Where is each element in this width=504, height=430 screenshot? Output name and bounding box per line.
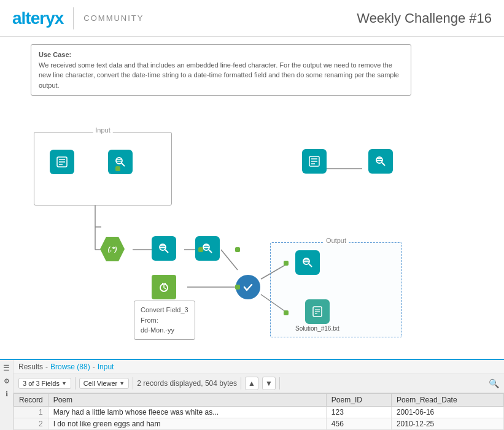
page-title: Weekly Challenge #16 bbox=[357, 10, 492, 26]
svg-line-25 bbox=[382, 163, 385, 166]
tooltip-line2: From: bbox=[141, 315, 188, 326]
conn-dot-5 bbox=[284, 261, 289, 266]
results-table-wrapper: Record Poem Poem_ID Poem_Read_Date 1 Mar… bbox=[14, 393, 504, 430]
fields-selector[interactable]: 3 of 3 Fields ▼ bbox=[18, 378, 71, 389]
cell-viewer-btn[interactable]: Cell Viewer ▼ bbox=[79, 378, 129, 389]
info-icon[interactable]: ℹ bbox=[6, 390, 8, 398]
input-tool-icon bbox=[50, 150, 74, 174]
svg-rect-34 bbox=[203, 245, 209, 247]
svg-line-38 bbox=[164, 288, 166, 289]
svg-rect-39 bbox=[162, 283, 163, 285]
svg-rect-40 bbox=[165, 283, 166, 285]
search-icon[interactable]: 🔍 bbox=[489, 378, 499, 388]
col-poem-read-date: Poem_Read_Date bbox=[391, 394, 503, 407]
use-case-box: Use Case: We received some text data and… bbox=[31, 44, 411, 96]
header: alteryx COMMUNITY Weekly Challenge #16 bbox=[0, 0, 504, 37]
regex-tool-icon: (.*) bbox=[100, 237, 125, 261]
regex-tool[interactable]: (.*) bbox=[100, 237, 125, 261]
svg-line-29 bbox=[165, 250, 168, 253]
row-1-date: 2001-06-16 bbox=[391, 407, 503, 418]
svg-line-6 bbox=[221, 250, 238, 270]
browse-output-icon bbox=[295, 250, 320, 275]
conn-dot-1 bbox=[115, 166, 120, 171]
toolbar-divider-4 bbox=[279, 377, 280, 390]
cell-viewer-label: Cell Viewer bbox=[83, 380, 117, 387]
results-panel: ☰ ⚙ ℹ Results - Browse (88) - Input 3 of… bbox=[0, 359, 504, 430]
input-link[interactable]: Input bbox=[98, 363, 114, 371]
table-header: Record Poem Poem_ID Poem_Read_Date bbox=[14, 394, 504, 407]
results-table: Record Poem Poem_ID Poem_Read_Date 1 Mar… bbox=[14, 393, 504, 430]
svg-line-17 bbox=[122, 163, 125, 166]
toolbar-divider-1 bbox=[75, 377, 76, 390]
output-file-label: Solution_#16.txt bbox=[295, 325, 339, 332]
cell-viewer-icon: ▼ bbox=[119, 380, 125, 386]
toolbar-divider-2 bbox=[133, 377, 133, 390]
output-file-tool[interactable]: Solution_#16.txt bbox=[295, 299, 339, 332]
browse-tool-input[interactable] bbox=[108, 150, 133, 174]
input-tool-right-icon bbox=[302, 149, 327, 174]
arrow-up-btn[interactable]: ▲ bbox=[245, 377, 258, 390]
results-content: Results - Browse (88) - Input 3 of 3 Fie… bbox=[14, 360, 504, 430]
table-body: 1 Mary had a little lamb whose fleece wa… bbox=[14, 407, 504, 430]
browse-mid1-icon bbox=[152, 236, 176, 261]
browse-tool-right-icon bbox=[368, 149, 393, 174]
browse-link[interactable]: Browse (88) bbox=[50, 363, 90, 371]
left-panel: ☰ ⚙ ℹ bbox=[0, 360, 14, 430]
input-container: Input bbox=[34, 132, 172, 205]
canvas-area: Use Case: We received some text data and… bbox=[0, 37, 504, 362]
tooltip-box: Convert Field_3 From: dd-Mon.-yy bbox=[134, 301, 195, 340]
results-header: Results - Browse (88) - Input bbox=[14, 360, 504, 374]
conn-dot-6 bbox=[284, 310, 289, 315]
settings-icon[interactable]: ⚙ bbox=[4, 377, 10, 385]
svg-rect-43 bbox=[303, 259, 309, 261]
use-case-text: We received some text data and that incl… bbox=[39, 61, 399, 89]
results-label: Results bbox=[18, 363, 43, 371]
svg-rect-44 bbox=[303, 261, 309, 263]
row-2-num: 2 bbox=[14, 418, 48, 430]
col-poem: Poem bbox=[48, 394, 326, 407]
conn-dot-3 bbox=[235, 247, 240, 252]
input-tool-right[interactable] bbox=[302, 149, 327, 174]
output-container-label: Output bbox=[324, 237, 349, 244]
input-tool[interactable] bbox=[50, 150, 74, 174]
table-row: 2 I do not like green eggs and ham 456 2… bbox=[14, 418, 504, 430]
col-poem-id: Poem_ID bbox=[326, 394, 391, 407]
svg-rect-30 bbox=[160, 245, 166, 247]
output-file-icon bbox=[305, 299, 330, 324]
header-divider bbox=[73, 7, 74, 29]
row-1-poem-id: 123 bbox=[326, 407, 391, 418]
tooltip-line3: dd-Mon.-yy bbox=[141, 325, 188, 336]
output-container: Output Solution_#16.txt bbox=[270, 242, 402, 337]
svg-rect-19 bbox=[116, 161, 122, 162]
arrow-down-btn[interactable]: ▼ bbox=[262, 377, 276, 390]
alteryx-logo: alteryx bbox=[12, 9, 63, 28]
row-2-poem-id: 456 bbox=[326, 418, 391, 430]
svg-rect-18 bbox=[116, 159, 122, 160]
svg-rect-35 bbox=[203, 247, 209, 248]
results-toolbar: 3 of 3 Fields ▼ Cell Viewer ▼ 2 records … bbox=[14, 374, 504, 393]
conn-dot-4 bbox=[235, 285, 240, 290]
list-icon[interactable]: ☰ bbox=[3, 364, 10, 372]
svg-rect-26 bbox=[376, 158, 382, 159]
browse-mid1[interactable] bbox=[152, 236, 176, 261]
table-header-row: Record Poem Poem_ID Poem_Read_Date bbox=[14, 394, 504, 407]
tooltip-line1: Convert Field_3 bbox=[141, 305, 188, 315]
record-info: 2 records displayed, 504 bytes bbox=[137, 379, 237, 388]
datetime-tool-icon bbox=[152, 275, 176, 299]
browse-output[interactable] bbox=[295, 250, 320, 275]
row-1-poem: Mary had a little lamb whose fleece was … bbox=[48, 407, 326, 418]
browse-tool-right[interactable] bbox=[368, 149, 393, 174]
col-record: Record bbox=[14, 394, 48, 407]
row-2-poem: I do not like green eggs and ham bbox=[48, 418, 326, 430]
row-1-num: 1 bbox=[14, 407, 48, 418]
svg-line-42 bbox=[309, 264, 312, 267]
fields-dropdown-icon: ▼ bbox=[61, 380, 67, 386]
svg-line-33 bbox=[209, 250, 212, 253]
community-label: COMMUNITY bbox=[83, 13, 144, 23]
datetime-tool[interactable] bbox=[152, 275, 176, 299]
use-case-label: Use Case: bbox=[39, 51, 71, 58]
toolbar-divider-3 bbox=[241, 377, 241, 390]
row-2-date: 2010-12-25 bbox=[391, 418, 503, 430]
svg-rect-31 bbox=[160, 247, 166, 248]
table-row: 1 Mary had a little lamb whose fleece wa… bbox=[14, 407, 504, 418]
